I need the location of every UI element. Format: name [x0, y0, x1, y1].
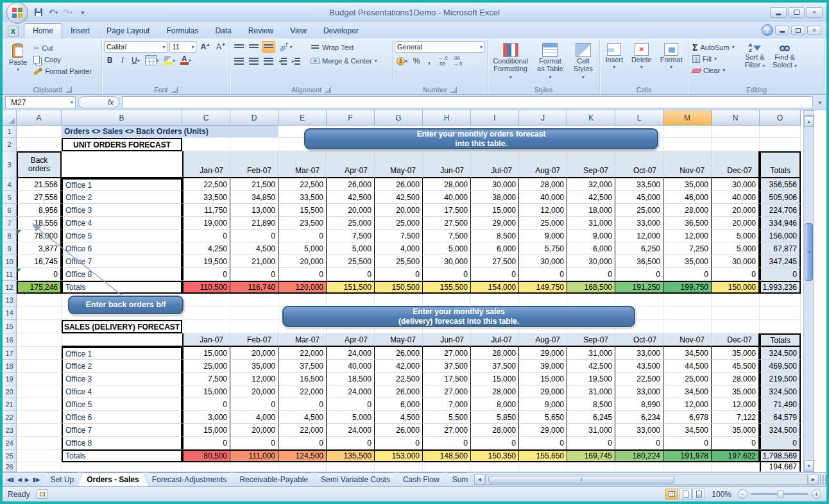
cell-unit-totals-value[interactable]: 151,500 — [327, 281, 375, 294]
cell-sales-value[interactable]: 4,500 — [375, 411, 423, 424]
cell-sales-value[interactable]: 6,245 — [567, 411, 615, 424]
sheet-tab-set-up[interactable]: Set Up — [42, 473, 83, 486]
cell-sales-totals-value[interactable]: 197,622 — [712, 449, 760, 462]
grid-cell[interactable] — [712, 126, 760, 138]
column-header-B[interactable]: B — [62, 110, 182, 126]
cell-unit-orders-value[interactable]: 25,500 — [375, 255, 423, 268]
cell-unit-orders-value[interactable]: 0 — [663, 268, 712, 281]
percent-style-button[interactable]: % — [411, 55, 422, 67]
cell-unit-orders-value[interactable]: 4,250 — [182, 242, 230, 255]
redo-button[interactable]: ↷▾ — [62, 6, 74, 18]
cell-unit-totals-value[interactable]: 199,750 — [663, 281, 712, 294]
cell-sales-value[interactable]: 6,000 — [375, 398, 423, 411]
ribbon-tab-formulas[interactable]: Formulas — [158, 24, 207, 38]
scroll-up-button[interactable]: ▲ — [804, 116, 814, 127]
cell-sales-value[interactable]: 24,000 — [327, 347, 375, 360]
cell-sales-value[interactable]: 28,000 — [471, 385, 519, 398]
cell-sales-value[interactable]: 24,000 — [327, 385, 375, 398]
cell-unit-orders-value[interactable]: 20,000 — [375, 204, 423, 217]
cell-back-orders-8[interactable]: 0 — [17, 268, 62, 281]
month-header-sales-Feb-07[interactable]: Feb-07 — [230, 333, 278, 347]
cell-unit-orders-value[interactable]: 13,000 — [230, 204, 278, 217]
cell-back-orders-6[interactable]: 3,877 — [17, 242, 62, 255]
month-header-Jun-07[interactable]: Jun-07 — [423, 151, 471, 178]
cell-sales-value[interactable]: 5,650 — [519, 411, 567, 424]
cell-sales-value[interactable]: 24,000 — [327, 424, 375, 437]
cell-partial-total[interactable]: 194,667 — [760, 462, 801, 472]
cell-sales-value[interactable]: 39,000 — [519, 360, 567, 373]
cell-sales-value[interactable]: 8,500 — [567, 398, 615, 411]
month-header-Sep-07[interactable]: Sep-07 — [567, 151, 615, 178]
cell-sales-value[interactable]: 22,000 — [278, 385, 327, 398]
cell-back-orders-7[interactable]: 16,745 — [17, 255, 62, 268]
cell-unit-orders-value[interactable]: 28,000 — [519, 178, 567, 191]
month-header-sales-Sep-07[interactable]: Sep-07 — [567, 333, 615, 347]
row-header-1[interactable]: 1 — [3, 126, 17, 138]
cell-unit-orders-value[interactable]: 40,000 — [519, 191, 567, 204]
cell-unit-orders-value[interactable]: 0 — [712, 268, 760, 281]
first-sheet-button[interactable]: ◀▮ — [5, 476, 15, 483]
grid-cell[interactable] — [230, 320, 278, 333]
cell-unit-orders-value[interactable]: 0 — [519, 268, 567, 281]
cell-sales-totals-value[interactable]: 148,500 — [423, 449, 471, 462]
last-sheet-button[interactable]: ▮▶ — [31, 476, 42, 483]
cell-office-label[interactable]: Office 7 — [62, 255, 182, 268]
cell-unit-orders-value[interactable]: 25,000 — [615, 204, 663, 217]
comma-style-button[interactable]: , — [423, 55, 435, 67]
align-bottom-button[interactable] — [262, 41, 275, 53]
zoom-slider-track[interactable] — [751, 493, 808, 495]
cell-office-label[interactable]: Office 4 — [62, 217, 182, 230]
cell-unit-orders-value[interactable]: 21,890 — [230, 217, 278, 230]
row-header-21[interactable]: 21 — [3, 398, 17, 411]
cell-office-label-sales[interactable]: Office 6 — [62, 411, 182, 424]
cell-unit-orders-value[interactable]: 22,500 — [182, 178, 230, 191]
grid-cell[interactable] — [17, 385, 62, 398]
customize-qat-button[interactable]: ▾ — [76, 6, 89, 18]
borders-button[interactable]: ▾ — [143, 55, 161, 66]
next-sheet-button[interactable]: ▶ — [24, 476, 31, 483]
ribbon-tab-page-layout[interactable]: Page Layout — [98, 24, 158, 38]
cell-unit-orders-value[interactable]: 12,000 — [519, 204, 567, 217]
totals-column-header-sales[interactable]: Totals — [760, 333, 801, 347]
cell-unit-orders-value[interactable]: 21,500 — [230, 178, 278, 191]
cell-sales-value[interactable]: 0 — [471, 437, 519, 449]
grid-cell[interactable] — [567, 462, 615, 472]
grid-cell[interactable] — [182, 138, 230, 151]
accounting-format-button[interactable]: $▾ — [395, 55, 409, 67]
cell-office-label-sales[interactable]: Office 2 — [62, 360, 182, 373]
grid-cell[interactable] — [17, 373, 62, 385]
column-header-K[interactable]: K — [567, 110, 615, 126]
cell-sales-value[interactable]: 28,000 — [471, 347, 519, 360]
grid-cell[interactable] — [663, 320, 712, 333]
grid-cell[interactable] — [567, 294, 615, 307]
cell-sales-value[interactable]: 33,000 — [615, 347, 663, 360]
name-box[interactable]: M27▾ — [5, 96, 76, 108]
callout-sales-forecast[interactable]: Enter your monthly sales(delivery) forec… — [282, 306, 635, 327]
sheet-tab-sum[interactable]: Sum — [443, 473, 473, 486]
cell-unit-orders-value[interactable]: 7,250 — [663, 242, 712, 255]
month-header-sales-Apr-07[interactable]: Apr-07 — [327, 333, 375, 347]
month-header-sales-Jan-07[interactable]: Jan-07 — [182, 333, 230, 347]
align-left-button[interactable] — [232, 55, 246, 67]
cell-office-label-sales[interactable]: Office 5 — [62, 398, 182, 411]
fill-color-button[interactable]: ▾ — [162, 55, 177, 66]
sheet-tab-semi-variable-costs[interactable]: Semi Variable Costs — [312, 473, 399, 486]
cell-sales-row-total[interactable]: 219,500 — [760, 373, 801, 385]
cell-sales-value[interactable]: 25,000 — [182, 360, 230, 373]
font-family-select[interactable]: Calibri▾ — [104, 41, 167, 53]
cell-unit-orders-value[interactable]: 0 — [182, 230, 230, 242]
sheet-tab-cash-flow[interactable]: Cash Flow — [394, 473, 449, 486]
cell-unit-orders-value[interactable]: 28,000 — [423, 178, 471, 191]
cell-unit-orders-value[interactable]: 5,000 — [423, 242, 471, 255]
cell-sales-value[interactable]: 7,000 — [423, 398, 471, 411]
minimize-button[interactable] — [770, 7, 787, 18]
cell-sales-value[interactable]: 35,000 — [712, 347, 760, 360]
row-header-15[interactable]: 15 — [3, 320, 17, 333]
cell-unit-orders-value[interactable]: 9,000 — [567, 230, 615, 242]
cell-unit-orders-value[interactable]: 5,000 — [327, 242, 375, 255]
ribbon-tab-view[interactable]: View — [282, 24, 315, 38]
cell-unit-orders-value[interactable]: 19,000 — [182, 217, 230, 230]
grid-cell[interactable] — [278, 462, 327, 472]
cell-unit-orders-value[interactable]: 0 — [278, 268, 327, 281]
month-header-sales-Jul-07[interactable]: Jul-07 — [471, 333, 519, 347]
